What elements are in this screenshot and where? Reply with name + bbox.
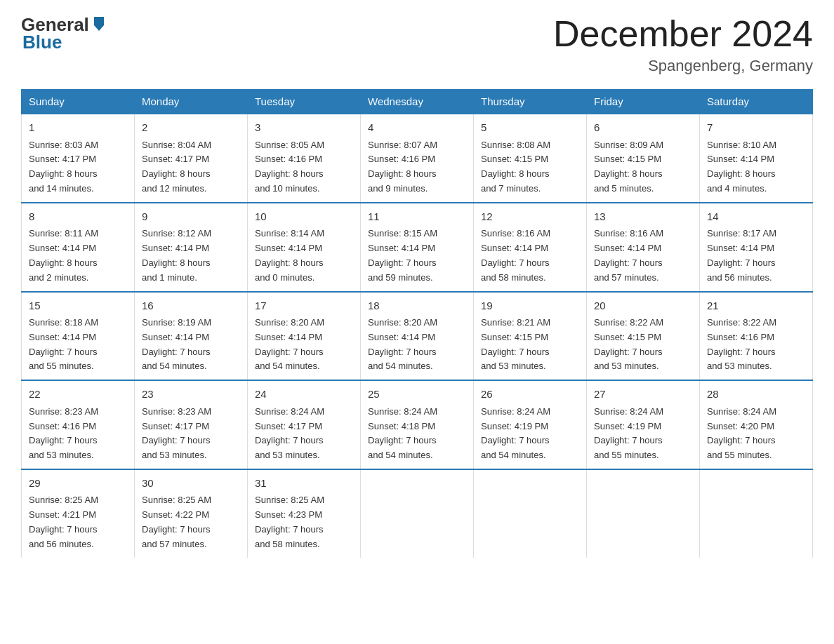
day-number: 12 xyxy=(481,209,579,225)
calendar-week-3: 15 Sunrise: 8:18 AMSunset: 4:14 PMDaylig… xyxy=(22,292,813,381)
col-wednesday: Wednesday xyxy=(361,90,474,114)
calendar-week-5: 29 Sunrise: 8:25 AMSunset: 4:21 PMDaylig… xyxy=(22,469,813,558)
table-row: 24 Sunrise: 8:24 AMSunset: 4:17 PMDaylig… xyxy=(248,380,361,469)
day-number: 28 xyxy=(707,387,805,403)
table-row: 29 Sunrise: 8:25 AMSunset: 4:21 PMDaylig… xyxy=(22,469,135,558)
table-row: 12 Sunrise: 8:16 AMSunset: 4:14 PMDaylig… xyxy=(474,203,587,292)
table-row: 15 Sunrise: 8:18 AMSunset: 4:14 PMDaylig… xyxy=(22,292,135,381)
header-row: Sunday Monday Tuesday Wednesday Thursday… xyxy=(22,90,813,114)
day-info: Sunrise: 8:12 AMSunset: 4:14 PMDaylight:… xyxy=(142,227,240,285)
day-number: 6 xyxy=(594,120,692,136)
table-row: 23 Sunrise: 8:23 AMSunset: 4:17 PMDaylig… xyxy=(135,380,248,469)
day-info: Sunrise: 8:21 AMSunset: 4:15 PMDaylight:… xyxy=(481,316,579,374)
table-row: 30 Sunrise: 8:25 AMSunset: 4:22 PMDaylig… xyxy=(135,469,248,558)
col-saturday: Saturday xyxy=(700,90,813,114)
day-info: Sunrise: 8:23 AMSunset: 4:16 PMDaylight:… xyxy=(29,405,127,463)
day-number: 9 xyxy=(142,209,240,225)
table-row: 28 Sunrise: 8:24 AMSunset: 4:20 PMDaylig… xyxy=(700,380,813,469)
day-info: Sunrise: 8:22 AMSunset: 4:16 PMDaylight:… xyxy=(707,316,805,374)
day-info: Sunrise: 8:23 AMSunset: 4:17 PMDaylight:… xyxy=(142,405,240,463)
day-number: 25 xyxy=(368,387,466,403)
day-info: Sunrise: 8:24 AMSunset: 4:17 PMDaylight:… xyxy=(255,405,353,463)
day-number: 18 xyxy=(368,298,466,314)
table-row: 26 Sunrise: 8:24 AMSunset: 4:19 PMDaylig… xyxy=(474,380,587,469)
calendar-table: Sunday Monday Tuesday Wednesday Thursday… xyxy=(21,89,813,557)
day-info: Sunrise: 8:17 AMSunset: 4:14 PMDaylight:… xyxy=(707,227,805,285)
day-info: Sunrise: 8:25 AMSunset: 4:22 PMDaylight:… xyxy=(142,493,240,551)
table-row: 31 Sunrise: 8:25 AMSunset: 4:23 PMDaylig… xyxy=(248,469,361,558)
day-number: 4 xyxy=(368,120,466,136)
day-info: Sunrise: 8:24 AMSunset: 4:19 PMDaylight:… xyxy=(594,405,692,463)
title-block: December 2024 Spangenberg, Germany xyxy=(553,14,813,75)
day-number: 26 xyxy=(481,387,579,403)
table-row: 7 Sunrise: 8:10 AMSunset: 4:14 PMDayligh… xyxy=(700,114,813,203)
day-number: 14 xyxy=(707,209,805,225)
day-number: 8 xyxy=(29,209,127,225)
day-info: Sunrise: 8:20 AMSunset: 4:14 PMDaylight:… xyxy=(255,316,353,374)
day-info: Sunrise: 8:10 AMSunset: 4:14 PMDaylight:… xyxy=(707,138,805,196)
day-info: Sunrise: 8:22 AMSunset: 4:15 PMDaylight:… xyxy=(594,316,692,374)
day-info: Sunrise: 8:15 AMSunset: 4:14 PMDaylight:… xyxy=(368,227,466,285)
day-info: Sunrise: 8:16 AMSunset: 4:14 PMDaylight:… xyxy=(594,227,692,285)
day-number: 10 xyxy=(255,209,353,225)
day-info: Sunrise: 8:07 AMSunset: 4:16 PMDaylight:… xyxy=(368,138,466,196)
table-row: 5 Sunrise: 8:08 AMSunset: 4:15 PMDayligh… xyxy=(474,114,587,203)
calendar-body: 1 Sunrise: 8:03 AMSunset: 4:17 PMDayligh… xyxy=(22,114,813,557)
table-row: 1 Sunrise: 8:03 AMSunset: 4:17 PMDayligh… xyxy=(22,114,135,203)
day-number: 2 xyxy=(142,120,240,136)
table-row: 6 Sunrise: 8:09 AMSunset: 4:15 PMDayligh… xyxy=(587,114,700,203)
day-info: Sunrise: 8:24 AMSunset: 4:19 PMDaylight:… xyxy=(481,405,579,463)
table-row: 19 Sunrise: 8:21 AMSunset: 4:15 PMDaylig… xyxy=(474,292,587,381)
day-info: Sunrise: 8:25 AMSunset: 4:23 PMDaylight:… xyxy=(255,493,353,551)
table-row: 14 Sunrise: 8:17 AMSunset: 4:14 PMDaylig… xyxy=(700,203,813,292)
day-number: 5 xyxy=(481,120,579,136)
day-info: Sunrise: 8:14 AMSunset: 4:14 PMDaylight:… xyxy=(255,227,353,285)
day-info: Sunrise: 8:11 AMSunset: 4:14 PMDaylight:… xyxy=(29,227,127,285)
logo-arrow-icon xyxy=(91,14,107,36)
table-row xyxy=(700,469,813,558)
col-thursday: Thursday xyxy=(474,90,587,114)
day-info: Sunrise: 8:20 AMSunset: 4:14 PMDaylight:… xyxy=(368,316,466,374)
day-number: 21 xyxy=(707,298,805,314)
table-row: 17 Sunrise: 8:20 AMSunset: 4:14 PMDaylig… xyxy=(248,292,361,381)
table-row: 25 Sunrise: 8:24 AMSunset: 4:18 PMDaylig… xyxy=(361,380,474,469)
day-info: Sunrise: 8:25 AMSunset: 4:21 PMDaylight:… xyxy=(29,493,127,551)
page-header: General Blue December 2024 Spangenberg, … xyxy=(21,14,813,75)
day-number: 19 xyxy=(481,298,579,314)
day-number: 23 xyxy=(142,387,240,403)
col-monday: Monday xyxy=(135,90,248,114)
day-number: 16 xyxy=(142,298,240,314)
col-tuesday: Tuesday xyxy=(248,90,361,114)
day-number: 17 xyxy=(255,298,353,314)
table-row: 4 Sunrise: 8:07 AMSunset: 4:16 PMDayligh… xyxy=(361,114,474,203)
table-row: 18 Sunrise: 8:20 AMSunset: 4:14 PMDaylig… xyxy=(361,292,474,381)
calendar-week-2: 8 Sunrise: 8:11 AMSunset: 4:14 PMDayligh… xyxy=(22,203,813,292)
day-info: Sunrise: 8:24 AMSunset: 4:20 PMDaylight:… xyxy=(707,405,805,463)
logo: General Blue xyxy=(21,14,107,53)
day-number: 3 xyxy=(255,120,353,136)
day-number: 24 xyxy=(255,387,353,403)
day-info: Sunrise: 8:04 AMSunset: 4:17 PMDaylight:… xyxy=(142,138,240,196)
month-title: December 2024 xyxy=(553,14,813,54)
table-row xyxy=(474,469,587,558)
day-number: 30 xyxy=(142,476,240,492)
day-info: Sunrise: 8:05 AMSunset: 4:16 PMDaylight:… xyxy=(255,138,353,196)
calendar-header: Sunday Monday Tuesday Wednesday Thursday… xyxy=(22,90,813,114)
table-row: 22 Sunrise: 8:23 AMSunset: 4:16 PMDaylig… xyxy=(22,380,135,469)
day-info: Sunrise: 8:19 AMSunset: 4:14 PMDaylight:… xyxy=(142,316,240,374)
table-row: 2 Sunrise: 8:04 AMSunset: 4:17 PMDayligh… xyxy=(135,114,248,203)
logo-blue-text: Blue xyxy=(22,32,62,53)
day-number: 7 xyxy=(707,120,805,136)
day-number: 13 xyxy=(594,209,692,225)
table-row: 9 Sunrise: 8:12 AMSunset: 4:14 PMDayligh… xyxy=(135,203,248,292)
day-number: 27 xyxy=(594,387,692,403)
table-row: 13 Sunrise: 8:16 AMSunset: 4:14 PMDaylig… xyxy=(587,203,700,292)
table-row xyxy=(587,469,700,558)
day-number: 1 xyxy=(29,120,127,136)
day-info: Sunrise: 8:09 AMSunset: 4:15 PMDaylight:… xyxy=(594,138,692,196)
table-row: 11 Sunrise: 8:15 AMSunset: 4:14 PMDaylig… xyxy=(361,203,474,292)
table-row: 3 Sunrise: 8:05 AMSunset: 4:16 PMDayligh… xyxy=(248,114,361,203)
table-row: 20 Sunrise: 8:22 AMSunset: 4:15 PMDaylig… xyxy=(587,292,700,381)
svg-marker-0 xyxy=(94,17,104,31)
table-row xyxy=(361,469,474,558)
